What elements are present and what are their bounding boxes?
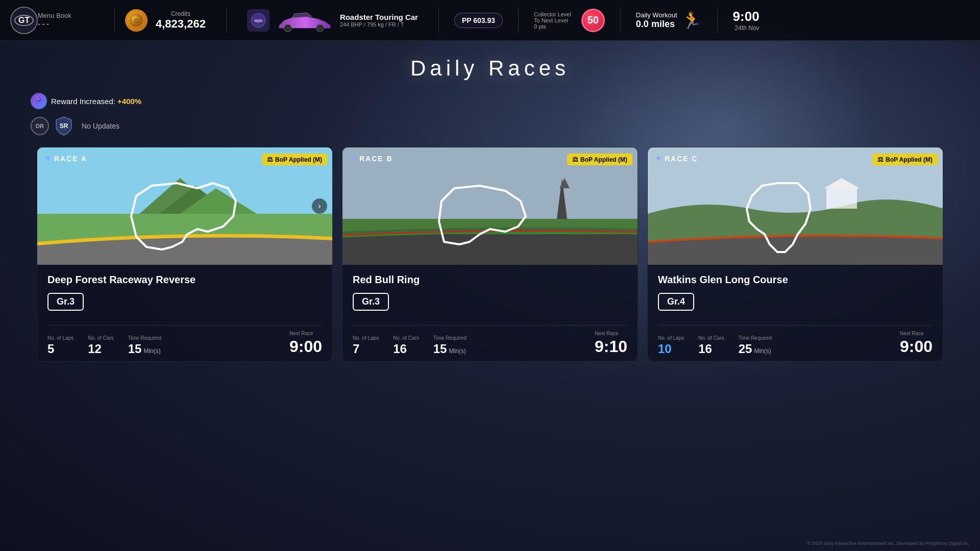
next-race-group-a: Next Race 9:00	[289, 331, 322, 356]
runner-icon: 🏃	[681, 11, 702, 30]
sr-shield-icon: SR	[53, 115, 75, 137]
race-image-a: ✦ RACE A ⚖ BoP Applied (M) ›	[37, 147, 332, 265]
car-stats: 244 BHP / 795 kg / FR / T	[340, 21, 418, 28]
time-req-group-c: Time Required 25 Min(s)	[739, 335, 772, 356]
time-req-group-a: Time Required 15 Min(s)	[128, 335, 161, 356]
laps-group-b: No. of Laps 7	[353, 335, 379, 356]
next-race-group-b: Next Race 9:10	[595, 331, 627, 356]
race-stats-row-b: No. of Laps 7 No. of Cars 16 Time Requir…	[353, 331, 627, 356]
divider-3	[438, 8, 439, 33]
svg-text:G: G	[134, 17, 138, 24]
sr-badge-wrapper: SR	[53, 115, 75, 137]
menu-book-label: Menu Book	[38, 12, 89, 19]
gr-badge-b: Gr.3	[353, 293, 389, 311]
credits-label: Credits	[171, 10, 190, 17]
svg-point-12	[318, 26, 322, 30]
race-card-a[interactable]: ✦ RACE A ⚖ BoP Applied (M) › Deep Forest…	[37, 147, 333, 362]
race-body-c: Watkins Glen Long Course Gr.4 No. of Lap…	[648, 265, 943, 361]
svg-point-14	[37, 97, 41, 102]
menu-book-section[interactable]: Menu Book ---	[38, 12, 89, 29]
collector-badge: 50	[581, 9, 605, 32]
svg-point-7	[255, 22, 257, 24]
date-display: 24th Nov	[735, 24, 760, 32]
stats-divider-a	[47, 325, 322, 325]
race-stats-row-a: No. of Laps 5 No. of Cars 12 Time Requir…	[47, 331, 322, 356]
svg-text:GT: GT	[18, 16, 30, 24]
car-info: Roadster Touring Car 244 BHP / 795 kg / …	[340, 13, 418, 28]
menu-book-dots: ---	[38, 19, 89, 29]
reward-icon	[31, 93, 47, 109]
time-req-group-b: Time Required 15 Min(s)	[433, 335, 467, 356]
track-outline-c	[737, 178, 854, 260]
svg-text:SR: SR	[60, 122, 68, 130]
reward-text: Reward Increased: +400%	[51, 97, 141, 106]
race-label-b: ✦ RACE B	[350, 154, 393, 163]
track-name-a: Deep Forest Raceway Reverse	[47, 274, 322, 286]
divider-1	[114, 8, 115, 33]
collector-pts: 0 pts	[534, 23, 571, 30]
gr-badge-c: Gr.4	[658, 293, 694, 311]
dr-sr-section: DR SR No Updates	[31, 115, 949, 137]
divider-5	[620, 8, 621, 33]
track-outline-a	[126, 176, 243, 257]
race-icon-b: ✦	[350, 154, 356, 163]
laps-group-a: No. of Laps 5	[47, 335, 74, 356]
race-icon-c: ✦	[655, 154, 662, 163]
time-display: 9:00	[733, 9, 760, 24]
race-body-a: Deep Forest Raceway Reverse Gr.3 No. of …	[37, 265, 332, 361]
main-content: Daily Races Reward Increased: +400% DR	[0, 41, 980, 377]
car-name: Roadster Touring Car	[340, 13, 418, 21]
dr-badge: DR	[31, 117, 49, 135]
collector-label: Collector Level	[534, 11, 571, 17]
notification-bar: Reward Increased: +400%	[31, 93, 949, 109]
credits-amount: 4,823,262	[156, 17, 206, 31]
bop-badge-a: ⚖ BoP Applied (M)	[262, 154, 327, 165]
race-icon-a: ✦	[44, 154, 51, 163]
car-category-icon	[247, 9, 270, 32]
time-section: 9:00 24th Nov	[733, 9, 760, 32]
race-label-c: ✦ RACE C	[655, 154, 698, 163]
reward-percent: +400%	[117, 97, 141, 106]
coin-icon: G	[125, 9, 148, 32]
divider-6	[717, 8, 718, 33]
cars-group-b: No. of Cars 16	[393, 335, 419, 356]
race-stats-row-c: No. of Laps 10 No. of Cars 16 Time Requi…	[658, 331, 933, 356]
page-title: Daily Races	[31, 56, 949, 81]
svg-point-8	[260, 22, 262, 24]
race-body-b: Red Bull Ring Gr.3 No. of Laps 7 No. of …	[342, 265, 638, 361]
top-bar: GT Menu Book --- G Credits 4,823,262	[0, 0, 980, 41]
laps-group-c: No. of Laps 10	[658, 335, 684, 356]
nav-arrow-a[interactable]: ›	[312, 198, 327, 214]
track-name-c: Watkins Glen Long Course	[658, 274, 933, 286]
stats-divider-c	[658, 325, 933, 325]
bop-badge-c: ⚖ BoP Applied (M)	[872, 154, 938, 165]
copyright: © 2023 Sony Interactive Entertainment In…	[807, 541, 970, 546]
race-label-a: ✦ RACE A	[44, 154, 87, 163]
track-name-b: Red Bull Ring	[353, 274, 627, 286]
svg-point-10	[286, 26, 290, 30]
car-section[interactable]: Roadster Touring Car 244 BHP / 795 kg / …	[247, 8, 418, 33]
next-race-group-c: Next Race 9:00	[900, 331, 933, 356]
race-image-c: ✦ RACE C ⚖ BoP Applied (M)	[648, 147, 943, 265]
pp-badge: PP 603.93	[454, 13, 503, 28]
reward-badge: Reward Increased: +400%	[31, 93, 141, 109]
race-card-c[interactable]: ✦ RACE C ⚖ BoP Applied (M) Watkins Glen …	[647, 147, 943, 362]
daily-workout-section: Daily Workout 0.0 miles 🏃	[636, 11, 702, 30]
divider-4	[518, 8, 519, 33]
divider-2	[226, 8, 227, 33]
gt-logo: GT	[10, 7, 38, 34]
track-outline-b	[429, 176, 551, 257]
daily-workout-label: Daily Workout	[636, 11, 677, 19]
bop-badge-b: ⚖ BoP Applied (M)	[567, 154, 632, 165]
race-card-b[interactable]: ✦ RACE B ⚖ BoP Applied (M) Red Bull Ring…	[342, 147, 638, 362]
race-cards-container: ✦ RACE A ⚖ BoP Applied (M) › Deep Forest…	[31, 147, 949, 362]
race-image-b: ✦ RACE B ⚖ BoP Applied (M)	[342, 147, 638, 265]
gr-badge-a: Gr.3	[47, 293, 84, 311]
car-silhouette	[277, 8, 333, 33]
daily-workout-miles: 0.0 miles	[636, 19, 677, 30]
cars-group-c: No. of Cars 16	[698, 335, 724, 356]
collector-section: Collector Level To Next Level 0 pts 50	[534, 9, 605, 32]
cars-group-a: No. of Cars 12	[88, 335, 114, 356]
no-updates-text: No Updates	[82, 122, 119, 130]
collector-next: To Next Level	[534, 17, 571, 23]
